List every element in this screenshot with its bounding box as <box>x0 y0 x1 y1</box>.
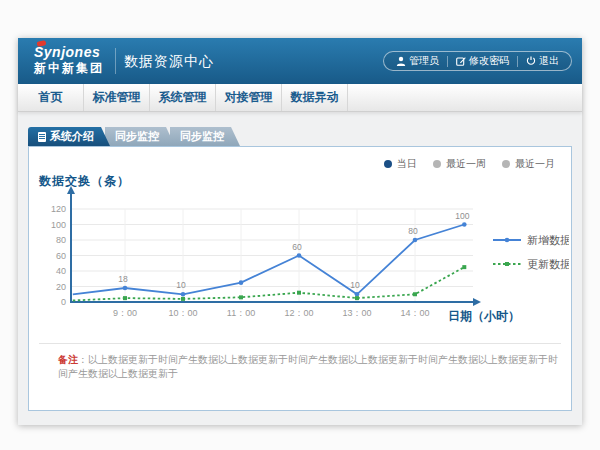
x-tick-label: 12：00 <box>284 308 313 318</box>
data-point-label: 100 <box>455 211 469 221</box>
data-point <box>462 222 467 227</box>
legend-marker <box>505 238 510 243</box>
x-axis-arrow-icon <box>473 298 481 306</box>
tab-system-intro[interactable]: 系统介绍 <box>28 127 110 146</box>
data-point <box>239 280 244 285</box>
logout-button[interactable]: 退出 <box>518 54 567 68</box>
x-tick-label: 9：00 <box>113 308 137 318</box>
data-point <box>123 296 127 300</box>
tab-sync-monitor-2-label: 同步监控 <box>180 127 224 146</box>
logo: Synjones 新中新集团 <box>34 44 104 77</box>
data-point <box>462 265 466 269</box>
data-point-label: 80 <box>408 226 418 236</box>
series-line <box>73 225 465 295</box>
data-point <box>123 286 128 291</box>
app-window: Synjones 新中新集团 数据资源中心 管理员 修改密码 退出 首页 标准管… <box>18 38 582 425</box>
admin-button[interactable]: 管理员 <box>388 54 447 68</box>
tab-sync-monitor-2[interactable]: 同步监控 <box>170 127 240 146</box>
legend-item-1[interactable]: 更新数据 <box>493 258 569 270</box>
page-title: 数据资源中心 <box>124 53 214 71</box>
data-point-label: 18 <box>118 274 128 284</box>
admin-label: 管理员 <box>409 54 439 68</box>
exchange-line-chart: 0204060801001209：0010：0011：0012：0013：001… <box>29 183 569 338</box>
y-tick-label: 120 <box>51 204 66 214</box>
radio-unselected-icon <box>502 160 510 168</box>
main-nav: 首页 标准管理 系统管理 对接管理 数据异动 <box>18 84 582 112</box>
legend-item-0[interactable]: 新增数据 <box>493 234 569 246</box>
nav-item-interface-mgmt[interactable]: 对接管理 <box>216 84 282 111</box>
logout-label: 退出 <box>539 54 559 68</box>
x-tick-label: 11：00 <box>227 308 255 318</box>
logo-text-cn: 新中新集团 <box>34 60 104 77</box>
data-point <box>355 296 359 300</box>
x-tick-label: 13：00 <box>342 308 371 318</box>
y-tick-label: 20 <box>56 282 66 292</box>
data-point <box>297 291 301 295</box>
app-header: Synjones 新中新集团 数据资源中心 管理员 修改密码 退出 <box>18 38 582 84</box>
content-panel: 当日 最近一周 最近一月 数据交换（条） 0204060801001209：00… <box>28 146 572 411</box>
x-tick-label: 10：00 <box>168 308 197 318</box>
data-point <box>413 292 417 296</box>
legend-label: 更新数据 <box>527 258 569 270</box>
tab-sync-monitor-1-label: 同步监控 <box>115 127 159 146</box>
footer-note: 备注：以上数据更新于时间产生数据以上数据更新于时间产生数据以上数据更新于时间产生… <box>58 353 558 381</box>
user-menu: 管理员 修改密码 退出 <box>383 51 572 71</box>
radio-unselected-icon <box>433 160 441 168</box>
user-icon <box>396 56 406 66</box>
tab-system-intro-label: 系统介绍 <box>50 127 94 146</box>
nav-item-standard-mgmt[interactable]: 标准管理 <box>84 84 150 111</box>
y-tick-label: 100 <box>51 220 66 230</box>
legend-label: 新增数据 <box>527 234 569 246</box>
nav-item-data-change[interactable]: 数据异动 <box>282 84 348 111</box>
nav-item-home[interactable]: 首页 <box>18 84 84 111</box>
y-tick-label: 0 <box>61 297 66 307</box>
x-tick-label: 14：00 <box>400 308 429 318</box>
y-tick-label: 60 <box>56 251 66 261</box>
data-point-label: 10 <box>176 280 186 290</box>
x-axis-title: 日期（小时） <box>448 309 520 323</box>
filter-today[interactable]: 当日 <box>384 157 417 171</box>
change-password-button[interactable]: 修改密码 <box>448 54 517 68</box>
legend-marker <box>505 262 509 266</box>
radio-selected-icon <box>384 160 392 168</box>
document-icon <box>38 132 46 142</box>
logo-text-en: Synjones <box>34 44 104 60</box>
data-point <box>297 253 302 258</box>
y-tick-label: 80 <box>56 235 66 245</box>
data-point <box>181 292 186 297</box>
series-1 <box>73 265 467 301</box>
series-line <box>73 267 465 300</box>
note-divider <box>39 343 561 344</box>
change-password-label: 修改密码 <box>469 54 509 68</box>
data-point <box>355 292 360 297</box>
y-tick-label: 40 <box>56 266 66 276</box>
filter-today-label: 当日 <box>397 157 417 171</box>
tab-bar: 系统介绍 同步监控 同步监控 <box>28 127 240 146</box>
data-point <box>413 238 418 243</box>
range-filter: 当日 最近一周 最近一月 <box>384 157 555 171</box>
header-divider <box>115 48 116 74</box>
data-point <box>181 297 185 301</box>
data-point-label: 10 <box>350 280 360 290</box>
note-text: ：以上数据更新于时间产生数据以上数据更新于时间产生数据以上数据更新于时间产生数据… <box>58 354 558 379</box>
nav-item-system-mgmt[interactable]: 系统管理 <box>150 84 216 111</box>
tab-sync-monitor-1[interactable]: 同步监控 <box>105 127 175 146</box>
filter-last-week[interactable]: 最近一周 <box>433 157 486 171</box>
data-point <box>239 295 243 299</box>
note-prefix: 备注 <box>58 354 78 365</box>
y-axis-arrow-icon <box>67 186 75 194</box>
series-0: 1810601080100 <box>73 211 470 297</box>
power-icon <box>526 56 536 66</box>
filter-last-month-label: 最近一月 <box>515 157 555 171</box>
edit-icon <box>456 56 466 66</box>
data-point-label: 60 <box>292 242 302 252</box>
filter-last-month[interactable]: 最近一月 <box>502 157 555 171</box>
filter-last-week-label: 最近一周 <box>446 157 486 171</box>
